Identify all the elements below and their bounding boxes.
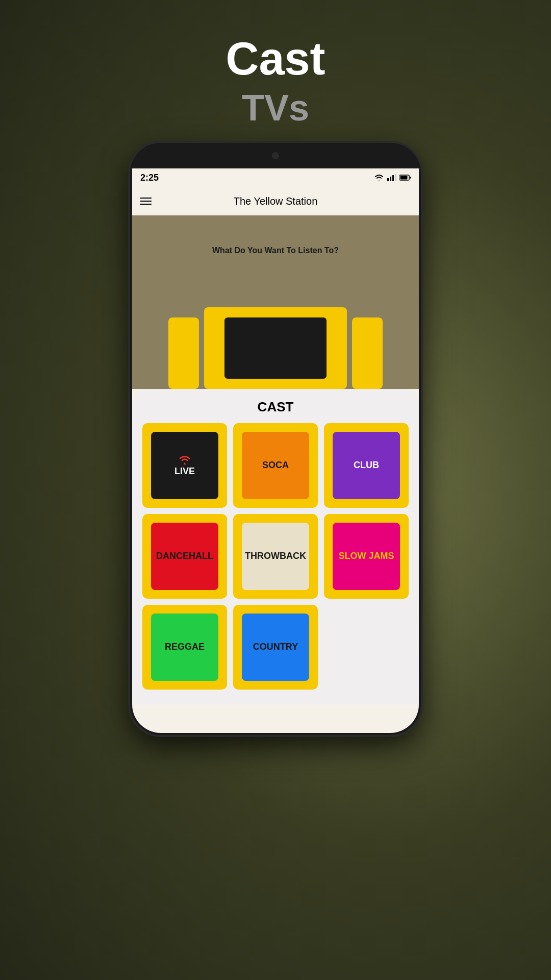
genre-tile-inner-throwback: THROWBACK [242,523,310,591]
phone-screen: 2:25 [132,168,419,733]
genre-tile-dancehall[interactable]: DANCEHALL [142,514,227,599]
genre-tile-reggae[interactable]: REGGAE [142,605,227,690]
genre-tile-inner-dancehall: DANCEHALL [151,523,219,591]
status-time: 2:25 [140,173,159,183]
cast-panel: CAST LIVESOCACLUBDANCEHALLTHROWBACKSLOW … [132,389,419,705]
genre-label-reggae: REGGAE [165,642,205,652]
genre-tile-inner-club: CLUB [333,432,400,500]
bg-card-left [168,317,199,389]
genre-tile-country[interactable]: COUNTRY [233,605,318,690]
live-icon-wrapper: LIVE [174,454,195,477]
genre-label-live: LIVE [174,467,195,477]
page-title: Cast [226,36,325,82]
status-icons [374,174,411,181]
status-bar: 2:25 [132,168,419,187]
page-header: Cast TVs [226,36,325,129]
genre-label-dancehall: DANCEHALL [156,551,213,561]
screen-content-inner: What Do You Want To Listen To? [132,215,419,255]
cast-panel-title: CAST [142,399,409,415]
genre-tile-inner-soca: SOCA [242,432,310,500]
genre-tile-live[interactable]: LIVE [142,423,227,508]
app-title: The Yellow Station [234,195,318,207]
bg-cards [132,297,419,389]
genre-grid: LIVESOCACLUBDANCEHALLTHROWBACKSLOW JAMSR… [142,423,409,690]
svg-rect-6 [410,177,411,179]
phone-frame: 2:25 [130,143,421,735]
svg-rect-0 [387,178,389,181]
genre-label-club: CLUB [354,460,379,471]
genre-tile-inner-slow-jams: SLOW JAMS [333,523,400,591]
genre-tile-club[interactable]: CLUB [324,423,409,508]
genre-tile-inner-reggae: REGGAE [151,614,219,681]
wifi-icon [374,174,384,181]
signal-icon [387,174,396,181]
phone-notch [130,143,421,168]
bg-card-right [352,317,383,389]
bg-card-center-inner [224,317,327,379]
genre-tile-throwback[interactable]: THROWBACK [233,514,318,599]
svg-rect-2 [392,175,394,181]
svg-rect-5 [400,176,408,180]
cast-wifi-icon [178,454,192,464]
genre-tile-slow-jams[interactable]: SLOW JAMS [324,514,409,599]
battery-icon [399,175,411,181]
page-subtitle: TVs [226,87,325,129]
genre-tile-soca[interactable]: SOCA [233,423,318,508]
bg-card-center [204,307,347,389]
genre-label-country: COUNTRY [253,642,298,652]
genre-tile-inner-country: COUNTRY [242,614,310,681]
screen-content: What Do You Want To Listen To? [132,215,419,389]
phone-camera [272,152,279,159]
genre-tile-inner-live: LIVE [151,432,219,500]
listen-question: What Do You Want To Listen To? [132,246,419,255]
svg-rect-3 [395,174,396,181]
svg-rect-1 [390,177,391,181]
app-bar: The Yellow Station [132,187,419,215]
genre-label-slow-jams: SLOW JAMS [338,551,394,561]
hamburger-menu-icon[interactable] [140,198,152,205]
genre-label-soca: SOCA [262,460,289,471]
genre-label-throwback: THROWBACK [245,551,306,561]
